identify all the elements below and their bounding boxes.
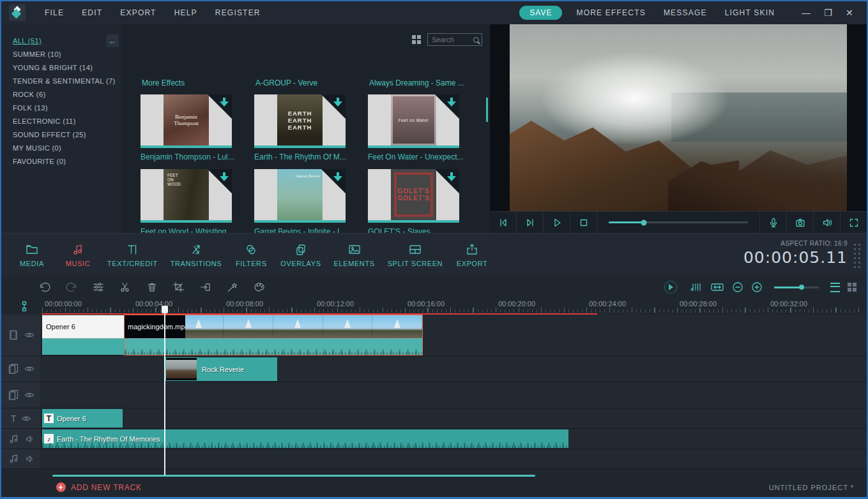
- music-card-garret-bevins[interactable]: Garrett Bevins: [254, 169, 346, 223]
- previous-frame-button[interactable]: [490, 212, 517, 233]
- music-track-1[interactable]: ♪ Earth - The Rhythm Of Memories: [1, 429, 867, 449]
- track-height-icon[interactable]: [19, 301, 29, 312]
- fullscreen-button[interactable]: [841, 212, 867, 233]
- speaker-icon[interactable]: [25, 454, 34, 463]
- menu-register[interactable]: REGISTER: [206, 8, 270, 17]
- clip-opener-6-video[interactable]: Opener 6: [42, 315, 124, 355]
- zoom-in-icon[interactable]: [751, 281, 763, 293]
- download-icon[interactable]: [220, 172, 229, 182]
- grid-view-icon[interactable]: [412, 35, 421, 44]
- timeline-ruler[interactable]: 00:00:00:00 00:00:04:00 00:00:08:00 00:0…: [1, 299, 867, 315]
- seek-handle[interactable]: [641, 220, 646, 225]
- clip-opener-6-text[interactable]: T Opener 6: [42, 409, 123, 428]
- search-box[interactable]: [427, 33, 482, 46]
- minimize-icon[interactable]: —: [795, 8, 818, 18]
- add-new-track-button[interactable]: + ADD NEW TRACK: [56, 482, 142, 492]
- tab-elements[interactable]: ELEMENTS: [328, 243, 381, 267]
- play-button[interactable]: [544, 212, 570, 233]
- seek-slider[interactable]: [597, 212, 760, 233]
- zoom-slider-handle[interactable]: [799, 285, 804, 290]
- clip-rock-reverie[interactable]: Rock Reverie: [165, 357, 277, 381]
- light-skin-button[interactable]: LIGHT SKIN: [716, 8, 784, 17]
- video-track-1[interactable]: Opener 6 magickingdom.mp4: [1, 315, 867, 356]
- track-options-icon[interactable]: [830, 283, 840, 292]
- track-title[interactable]: Benjamin Thompson - Lul...: [141, 153, 243, 161]
- eye-icon[interactable]: [24, 331, 34, 339]
- music-card-earth[interactable]: EARTH EARTH EARTH: [254, 94, 346, 148]
- library-scrollbar[interactable]: [486, 98, 488, 122]
- tab-filters[interactable]: FILTERS: [228, 243, 274, 267]
- speaker-icon[interactable]: [25, 435, 34, 443]
- sidebar-item-all[interactable]: ALL (51): [1, 34, 121, 48]
- tab-music[interactable]: MUSIC: [55, 243, 101, 267]
- delete-icon[interactable]: [146, 281, 158, 293]
- music-card-feet-on-water[interactable]: Feet on Water: [368, 94, 459, 148]
- playhead-handle[interactable]: [162, 306, 168, 313]
- close-icon[interactable]: ✕: [839, 8, 860, 18]
- track-title[interactable]: Feet On Water - Unexpect...: [368, 153, 470, 161]
- music-card-feet-on-wood[interactable]: FEET ON WOOD: [141, 169, 232, 223]
- tab-split-screen[interactable]: SPLIT SCREEN: [381, 243, 449, 267]
- stop-button[interactable]: [570, 212, 597, 233]
- thumbnail-view-icon[interactable]: [848, 283, 857, 292]
- color-palette-icon[interactable]: [253, 281, 266, 293]
- download-icon[interactable]: [447, 98, 457, 107]
- tab-overlays[interactable]: OVERLAYS: [274, 243, 327, 267]
- fit-timeline-icon[interactable]: [710, 281, 724, 293]
- sidebar-item-electronic[interactable]: ELECTRONIC (11): [1, 115, 121, 128]
- more-effects-button[interactable]: MORE EFFECTS: [567, 8, 654, 17]
- snapshot-button[interactable]: [787, 212, 814, 233]
- eye-icon[interactable]: [21, 414, 31, 423]
- tab-text-credit[interactable]: TEXT/CREDIT: [101, 243, 164, 267]
- download-icon[interactable]: [333, 172, 343, 182]
- record-voiceover-button[interactable]: [760, 212, 787, 233]
- redo-icon[interactable]: [65, 281, 78, 293]
- sidebar-item-tender-sentimental[interactable]: TENDER & SENTIMENTAL (7): [1, 75, 121, 88]
- download-icon[interactable]: [447, 172, 457, 182]
- menu-edit[interactable]: EDIT: [73, 8, 111, 17]
- track-title[interactable]: Feet on Wood - Whistling ...: [141, 227, 243, 233]
- playhead[interactable]: [164, 306, 165, 475]
- track-title[interactable]: Earth - The Rhythm Of M...: [254, 153, 356, 161]
- maximize-icon[interactable]: ❒: [818, 8, 839, 18]
- sidebar-item-sound-effect[interactable]: SOUND EFFECT (25): [1, 128, 121, 142]
- save-button[interactable]: SAVE: [519, 6, 562, 20]
- search-input[interactable]: [430, 35, 473, 44]
- tab-export[interactable]: EXPORT: [449, 243, 495, 267]
- sidebar-collapse-button[interactable]: ←: [106, 34, 119, 47]
- sidebar-item-summer[interactable]: SUMMER (10): [1, 48, 121, 61]
- menu-export[interactable]: EXPORT: [111, 8, 165, 17]
- zoom-out-icon[interactable]: [732, 281, 743, 293]
- pip-track-1[interactable]: Rock Reverie: [1, 356, 867, 382]
- menu-file[interactable]: FILE: [36, 8, 73, 17]
- video-preview[interactable]: [510, 24, 847, 214]
- text-track[interactable]: T T Opener 6: [1, 408, 867, 429]
- eye-icon[interactable]: [24, 364, 34, 373]
- undo-icon[interactable]: [38, 281, 51, 293]
- effects-wand-icon[interactable]: [226, 281, 239, 293]
- clip-magickingdom-selected[interactable]: magickingdom.mp4: [124, 315, 423, 355]
- sidebar-item-young-bright[interactable]: YOUNG & BRIGHT (14): [1, 61, 121, 75]
- timeline-horizontal-scrollbar[interactable]: [52, 475, 535, 477]
- track-title[interactable]: Garret Bevins - Infinite - I...: [254, 227, 356, 233]
- download-icon[interactable]: [333, 98, 343, 107]
- sidebar-item-my-music[interactable]: MY MUSIC (0): [1, 142, 121, 155]
- menu-help[interactable]: HELP: [165, 8, 206, 17]
- sidebar-item-rock[interactable]: ROCK (6): [1, 88, 121, 101]
- audio-mixer-icon[interactable]: [690, 281, 703, 293]
- music-card-benjamin[interactable]: Benjamin Thompson: [141, 94, 232, 148]
- tab-transitions[interactable]: TRANSITIONS: [164, 243, 229, 267]
- crop-icon[interactable]: [172, 281, 185, 293]
- timecode[interactable]: 00:00:05.11: [743, 248, 848, 267]
- sidebar-item-folk[interactable]: FOLK (13): [1, 101, 121, 115]
- render-preview-icon[interactable]: [664, 281, 677, 294]
- download-icon[interactable]: [220, 98, 229, 107]
- audio-adjust-icon[interactable]: [92, 281, 105, 293]
- split-scissors-icon[interactable]: [119, 281, 132, 293]
- timeline-zoom-slider[interactable]: [774, 287, 819, 288]
- eye-icon[interactable]: [24, 391, 34, 399]
- volume-button[interactable]: [814, 212, 841, 233]
- sidebar-item-favourite[interactable]: FAVOURITE (0): [1, 155, 121, 168]
- pip-track-2[interactable]: [1, 382, 867, 408]
- next-frame-button[interactable]: [517, 212, 544, 233]
